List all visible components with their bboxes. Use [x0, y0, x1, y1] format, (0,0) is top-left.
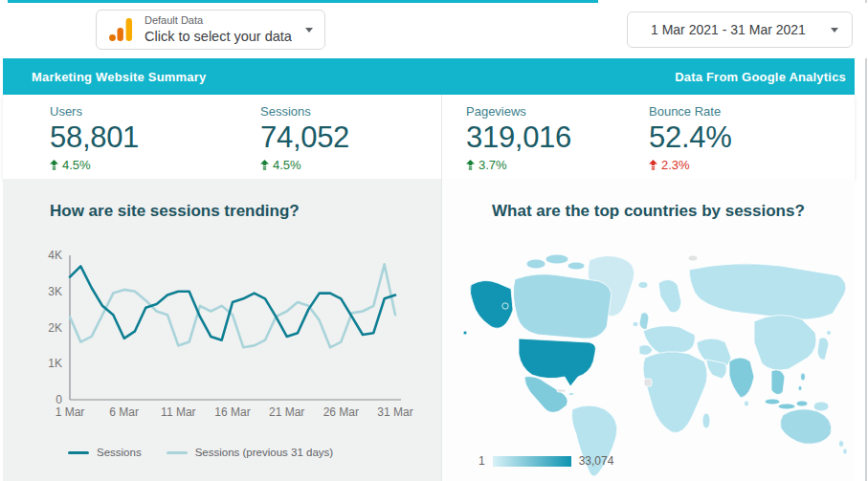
legend-item-sessions-previous[interactable]: Sessions (previous 31 days): [167, 447, 333, 458]
x-axis-tick: 21 Mar: [269, 405, 304, 419]
data-source-subtitle: Click to select your data: [145, 28, 292, 45]
arrow-up-icon: [50, 160, 58, 170]
arrow-up-icon: [466, 160, 475, 170]
scorecard-sessions[interactable]: Sessions 74,052 4.5%: [260, 104, 349, 172]
metric-label: Bounce Rate: [649, 104, 731, 119]
sessions-line-chart[interactable]: 01K2K3K4K1 Mar6 Mar11 Mar16 Mar21 Mar26 …: [32, 238, 424, 429]
x-axis-tick: 1 Mar: [56, 405, 85, 419]
map-region-indonesia[interactable]: [796, 401, 808, 406]
map-scale-gradient: [493, 456, 571, 467]
legend-swatch: [68, 451, 89, 454]
map-region-india[interactable]: [729, 358, 754, 398]
metric-delta: 3.7%: [466, 158, 571, 172]
arrow-up-icon: [260, 160, 269, 170]
map-region-africa[interactable]: [643, 352, 707, 433]
map-region-australia[interactable]: [780, 409, 831, 445]
map-region-canada[interactable]: [513, 274, 611, 339]
map-scale-min: 1: [479, 454, 485, 468]
map-region-philippines[interactable]: [801, 373, 806, 381]
scorecard-band: Users 58,801 4.5% Sessions 74,052: [3, 95, 855, 179]
map-region-arctic-islands[interactable]: [526, 259, 545, 269]
sessions-trend-panel: How are site sessions trending? 01K2K3K4…: [3, 179, 441, 481]
data-source-selector[interactable]: Default Data Click to select your data: [96, 10, 325, 50]
metric-delta: 2.3%: [649, 158, 731, 172]
metric-label: Sessions: [260, 104, 349, 119]
y-axis-tick: 3K: [48, 285, 62, 298]
map-region-hispaniola[interactable]: [568, 392, 574, 395]
map-region-arctic-islands[interactable]: [545, 254, 568, 264]
data-source-text: Default Data Click to select your data: [145, 14, 292, 45]
map-region-pacific-coast[interactable]: [502, 303, 508, 309]
map-region-new-guinea[interactable]: [813, 402, 829, 411]
metric-delta: 4.5%: [260, 158, 349, 172]
scorecard-bounce-rate[interactable]: Bounce Rate 52.4% 2.3%: [649, 104, 731, 172]
map-region-svalbard[interactable]: [688, 255, 698, 261]
report-title: Marketing Website Summary: [32, 70, 206, 84]
map-region-china-east-asia[interactable]: [754, 315, 816, 370]
metric-delta-value: 3.7%: [479, 158, 507, 172]
date-range-picker[interactable]: 1 Mar 2021 - 31 Mar 2021: [627, 11, 853, 48]
x-axis-tick: 6 Mar: [109, 405, 139, 419]
map-region-new-zealand[interactable]: [843, 448, 847, 454]
x-axis-tick: 11 Mar: [161, 405, 195, 419]
y-axis-tick: 0: [56, 393, 62, 406]
dashboard: Default Data Click to select your data 1…: [0, 0, 868, 481]
scorecard-users[interactable]: Users 58,801 4.5%: [50, 104, 139, 172]
legend-label: Sessions: [97, 447, 142, 458]
map-region-new-zealand[interactable]: [838, 441, 843, 448]
scorecard-pageviews[interactable]: Pageviews 319,016 3.7%: [466, 104, 571, 172]
y-axis-tick: 4K: [48, 249, 62, 262]
x-axis-tick: 16 Mar: [214, 405, 250, 419]
map-region-scandinavia[interactable]: [658, 279, 681, 312]
map-scale-max: 33,074: [579, 454, 614, 468]
chevron-down-icon: [831, 28, 838, 33]
metric-delta-value: 4.5%: [62, 158, 91, 172]
y-axis-tick: 2K: [48, 321, 62, 335]
metric-label: Pageviews: [466, 104, 571, 119]
world-geo-chart[interactable]: [456, 247, 851, 481]
map-region-mexico-central-america[interactable]: [524, 377, 568, 413]
map-region-sri-lanka[interactable]: [745, 401, 749, 406]
data-source-title: Default Data: [145, 14, 292, 28]
chevron-down-icon: [305, 28, 313, 33]
map-color-scale: 1 33,074: [479, 454, 613, 468]
map-region-russia[interactable]: [689, 264, 846, 320]
x-axis-tick: 26 Mar: [323, 405, 359, 419]
legend-item-sessions[interactable]: Sessions: [68, 447, 142, 458]
map-region-philippines[interactable]: [798, 385, 802, 390]
x-axis-tick: 31 Mar: [377, 405, 412, 419]
map-region-madagascar[interactable]: [702, 413, 710, 428]
map-region-japan[interactable]: [817, 338, 829, 360]
map-region-cuba[interactable]: [557, 389, 566, 392]
map-region-iceland[interactable]: [638, 282, 648, 289]
metric-delta-value: 4.5%: [273, 158, 301, 172]
map-region-indonesia[interactable]: [765, 399, 780, 404]
arrow-up-icon: [649, 160, 657, 170]
metric-value: 58,801: [50, 120, 139, 155]
map-region-western-sahara[interactable]: [644, 379, 652, 386]
metric-label: Users: [50, 104, 139, 119]
chart-legend: Sessions Sessions (previous 31 days): [68, 447, 333, 458]
metric-value: 319,016: [466, 120, 571, 155]
metric-value: 52.4%: [649, 120, 731, 155]
report-banner: Marketing Website Summary Data From Goog…: [3, 58, 855, 95]
top-countries-panel: What are the top countries by sessions?: [442, 179, 855, 481]
metric-delta-value: 2.3%: [661, 158, 690, 172]
date-range-value: 1 Mar 2021 - 31 Mar 2021: [651, 22, 806, 37]
report-source-label: Data From Google Analytics: [675, 70, 846, 84]
map-region-alaska-tail[interactable]: [463, 331, 467, 335]
legend-label: Sessions (previous 31 days): [195, 447, 333, 458]
map-region-ireland[interactable]: [633, 322, 638, 327]
map-region-united-kingdom[interactable]: [639, 313, 649, 330]
map-region-arctic-islands[interactable]: [568, 262, 585, 270]
map-region-southeast-asia[interactable]: [771, 370, 785, 395]
map-region-japan[interactable]: [827, 331, 832, 336]
chart-title: What are the top countries by sessions?: [492, 202, 805, 221]
chart-title: How are site sessions trending?: [50, 202, 300, 221]
window-edge-line: [865, 0, 867, 481]
metric-delta: 4.5%: [50, 158, 139, 172]
top-bar: Default Data Click to select your data 1…: [0, 3, 868, 58]
metric-value: 74,052: [260, 120, 349, 155]
y-axis-tick: 1K: [48, 357, 62, 370]
map-region-indonesia[interactable]: [778, 404, 795, 409]
